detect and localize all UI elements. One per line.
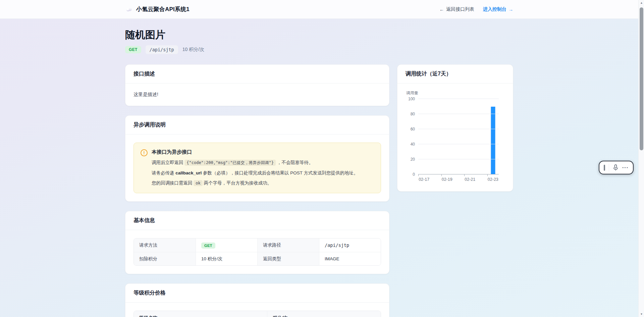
brand: 小氢云聚合API系统1 [125, 5, 190, 13]
chart-plot-area [418, 99, 499, 174]
api-meta-row: GET /api/sjtp 10 积分/次 [125, 45, 513, 54]
description-card-title: 接口描述 [133, 70, 381, 77]
warning-line-1: 调用后立即返回 {"code":200,"msg":"已提交，将异步回调"} ，… [152, 159, 358, 166]
gridline [418, 159, 499, 159]
drag-handle[interactable] [604, 165, 605, 171]
cloud-logo-icon [125, 5, 133, 13]
api-path-chip: /api/sjtp [146, 45, 178, 54]
stats-card-title: 调用统计（近7天） [406, 70, 505, 77]
chart-band-02-23 [487, 99, 499, 174]
top-links: ← 返回接口列表 进入控制台 → [439, 6, 513, 12]
gridline [418, 99, 499, 99]
app-title: 小氢云聚合API系统1 [136, 5, 190, 13]
gridline [418, 144, 499, 144]
request-path-label: 请求路径 [257, 239, 319, 252]
x-tick-label: 02-23 [488, 177, 498, 182]
y-tick-label: 80 [411, 112, 415, 116]
request-path-value: /api/sjtp [319, 239, 381, 252]
chart-series-label: 调用量 [406, 90, 505, 96]
gridline [418, 114, 499, 114]
request-method-label: 请求方法 [134, 239, 196, 252]
left-column: 接口描述 这里是描述! 异步调用说明 ! 本接口为异步接口 [125, 64, 389, 317]
page-title: 随机图片 [125, 29, 513, 41]
pricing-table: 等级名称 积分/次 [133, 311, 381, 317]
x-tick-mark [441, 174, 442, 176]
scrollbar-thumb[interactable] [640, 7, 643, 150]
warning-line-3: 您的回调接口需返回 ok 两个字母，平台方视为接收成功。 [152, 179, 358, 187]
request-method-value: GET [196, 239, 257, 252]
microphone-button[interactable] [609, 164, 622, 171]
left-arrow-icon: ← [439, 7, 444, 12]
api-price-text: 10 积分/次 [182, 47, 204, 53]
chart-band-02-19 [441, 99, 453, 174]
y-tick-label: 40 [411, 142, 415, 147]
basic-info-card: 基本信息 请求方法 GET 请求路径 /api/sjtp 扣除积分 1 [125, 211, 389, 274]
points-cost-value: 10 积分/次 [196, 252, 257, 265]
points-per-call-header: 积分/次 [267, 311, 381, 317]
pricing-card-title: 等级积分价格 [133, 289, 381, 297]
x-tick-label: 02-17 [419, 177, 429, 182]
level-name-header: 等级名称 [134, 311, 267, 317]
y-tick-label: 20 [411, 157, 415, 162]
description-text: 这里是描述! [133, 92, 381, 98]
gridline [418, 129, 499, 129]
more-options-button[interactable]: ··· [622, 166, 629, 169]
chart-bars [418, 99, 499, 174]
chart-band-02-20 [453, 99, 464, 174]
x-axis: 02-1702-1902-2102-23 [418, 174, 499, 184]
return-type-label: 返回类型 [257, 252, 319, 265]
back-to-api-list-link[interactable]: ← 返回接口列表 [439, 6, 474, 12]
top-navigation-bar: 小氢云聚合API系统1 ← 返回接口列表 进入控制台 → [0, 0, 638, 19]
y-tick-label: 0 [413, 172, 415, 177]
get-method-badge: GET [201, 243, 215, 249]
basic-info-table: 请求方法 GET 请求路径 /api/sjtp 扣除积分 10 积分/次 返回类… [133, 238, 381, 266]
bar-02-23 [491, 107, 495, 175]
async-warning-alert: ! 本接口为异步接口 调用后立即返回 {"code":200,"msg":"已提… [133, 143, 381, 193]
usage-chart: 调用量 020406080100 02-1702-1902-2102-23 [397, 84, 513, 191]
basic-info-card-title: 基本信息 [133, 217, 381, 224]
scroll-down-arrow[interactable]: ▼ [639, 313, 644, 316]
main-content: 随机图片 GET /api/sjtp 10 积分/次 接口描述 这里是描述! 异… [125, 19, 513, 317]
callback-url-param: callback_url [175, 170, 202, 175]
warning-title: 本接口为异步接口 [152, 149, 358, 155]
x-tick-mark [464, 174, 465, 176]
x-tick-mark [487, 174, 488, 176]
right-column: 调用统计（近7天） 调用量 020406080100 02-1702-1902-… [397, 64, 513, 192]
ok-code-chip: ok [194, 180, 202, 186]
voice-input-toolbar[interactable]: ··· [599, 161, 634, 174]
description-card: 接口描述 这里是描述! [125, 64, 389, 106]
enter-console-link[interactable]: 进入控制台 → [483, 6, 513, 12]
points-cost-label: 扣除积分 [134, 252, 196, 265]
table-header-row: 等级名称 积分/次 [134, 311, 381, 317]
pricing-card: 等级积分价格 等级名称 积分/次 [125, 283, 389, 317]
stats-card: 调用统计（近7天） 调用量 020406080100 02-1702-1902-… [397, 64, 513, 192]
chart-band-02-17 [418, 99, 430, 174]
table-row: 请求方法 GET 请求路径 /api/sjtp [134, 239, 381, 252]
chart-band-02-22 [476, 99, 487, 174]
chart-band-02-21 [464, 99, 476, 174]
x-tick-label: 02-19 [442, 177, 452, 182]
page-viewport: 小氢云聚合API系统1 ← 返回接口列表 进入控制台 → 随机图片 GET /a… [0, 0, 638, 317]
vertical-scrollbar[interactable]: ▲ ▼ [638, 0, 644, 317]
scroll-up-arrow[interactable]: ▲ [639, 1, 644, 4]
async-card-title: 异步调用说明 [133, 121, 381, 128]
async-card: 异步调用说明 ! 本接口为异步接口 调用后立即返回 {"code":200,"m… [125, 115, 389, 202]
microphone-icon [613, 164, 618, 171]
warning-exclamation-icon: ! [141, 149, 148, 156]
y-axis-labels: 020406080100 [406, 99, 418, 174]
json-response-code-chip: {"code":200,"msg":"已提交，将异步回调"} [184, 160, 276, 166]
table-row: 扣除积分 10 积分/次 返回类型 IMAGE [134, 252, 381, 265]
chart-band-02-18 [430, 99, 441, 174]
y-tick-label: 100 [408, 97, 415, 101]
x-tick-mark [418, 174, 419, 176]
x-tick-label: 02-21 [465, 177, 475, 182]
warning-line-2: 请务必传递 callback_url 参数（必填），接口处理完成后会将结果以 P… [152, 169, 358, 176]
return-type-value: IMAGE [319, 252, 381, 265]
http-method-badge: GET [125, 46, 141, 53]
y-tick-label: 60 [411, 127, 415, 131]
right-arrow-icon: → [508, 7, 513, 12]
